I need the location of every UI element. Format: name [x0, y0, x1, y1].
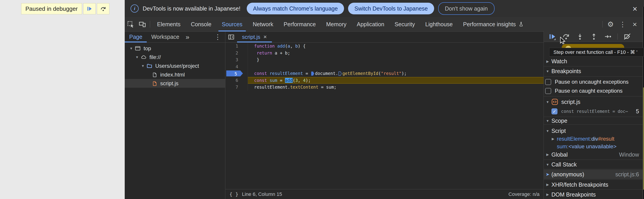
gutter-line-2[interactable]: 2 — [226, 50, 248, 56]
tree-item-users-user-project[interactable]: ▼Users/user/project — [125, 61, 225, 70]
breakpoints-label: Breakpoints — [552, 68, 581, 74]
scope-var-resultelement[interactable]: ▶ resultElement: div#result — [549, 135, 644, 143]
resume-script-button[interactable] — [83, 3, 96, 14]
code-text[interactable]: return a + b; — [248, 50, 544, 56]
code-text[interactable]: } — [248, 56, 544, 63]
pause-caught-checkbox[interactable] — [545, 88, 551, 94]
editor-tab-close-icon[interactable]: × — [263, 33, 267, 40]
breakpoint-entry-checkbox[interactable]: ✓ — [552, 108, 558, 114]
token-pl: document. — [315, 71, 338, 76]
callstack-frame-row[interactable]: ➤ (anonymous) script.js:6 — [544, 170, 644, 179]
token-pl — [275, 43, 277, 48]
pause-caught-label: Pause on caught exceptions — [555, 88, 623, 94]
gutter-line-6[interactable]: 6 — [226, 77, 248, 84]
expanded-triangle-icon[interactable]: ▼ — [128, 46, 134, 50]
tab-network[interactable]: Network — [248, 17, 279, 31]
more-tabs-chevron-icon[interactable]: » — [184, 33, 191, 41]
var-sep: : — [590, 136, 592, 142]
breakpoint-entry-row[interactable]: ✓ const resultElement = doc⋯ 5 — [552, 107, 644, 116]
section-scope[interactable]: ▼ Scope — [544, 117, 644, 124]
pause-uncaught-row[interactable]: Pause on uncaught exceptions — [545, 78, 644, 86]
xhr-label: XHR/fetch Breakpoints — [552, 182, 608, 188]
resume-button[interactable] — [548, 32, 556, 41]
code-line-2[interactable]: 2 return a + b; — [226, 50, 544, 56]
tab-application[interactable]: Application — [352, 17, 390, 31]
tree-item-file-[interactable]: ▼file:// — [125, 53, 225, 61]
pretty-print-icon[interactable]: { } — [230, 191, 238, 197]
step-over-banner-button[interactable] — [97, 3, 110, 14]
tab-elements[interactable]: Elements — [152, 17, 186, 31]
navigator-tab-workspace[interactable]: Workspace — [147, 31, 184, 42]
gutter-line-5[interactable]: 5 — [226, 70, 248, 77]
breakpoint-flag[interactable]: 5 — [226, 70, 243, 76]
script-scope-label: Script — [552, 128, 566, 134]
gutter-line-7[interactable]: 7 — [226, 84, 248, 91]
breakpoint-group-scriptjs[interactable]: ▼ script.js — [544, 97, 644, 106]
gutter-line-4[interactable]: 4 — [226, 63, 248, 70]
navigator-kebab-icon[interactable]: ⋮ — [214, 33, 225, 41]
gutter-line-1[interactable]: 1 — [226, 43, 248, 50]
step-out-button[interactable] — [590, 32, 598, 41]
notification-close-icon[interactable]: × — [632, 5, 637, 13]
switch-to-japanese-button[interactable]: Switch DevTools to Japanese — [348, 3, 434, 14]
inspect-element-button[interactable] — [125, 17, 136, 31]
code-line-1[interactable]: 1function add(a, b) { — [226, 43, 544, 50]
expanded-triangle-icon[interactable]: ▼ — [140, 64, 146, 68]
kebab-menu-icon[interactable]: ⋮ — [616, 17, 629, 31]
code-text[interactable] — [248, 63, 544, 70]
dont-show-again-button[interactable]: Don't show again — [438, 2, 494, 15]
tree-item-top[interactable]: ▼top — [125, 44, 225, 53]
divider — [544, 117, 644, 117]
tab-sources[interactable]: Sources — [216, 17, 248, 31]
code-text[interactable]: const resultElement = document.getElemen… — [248, 70, 544, 77]
editor-tab-scriptjs[interactable]: script.js × — [237, 31, 272, 42]
code-line-4[interactable]: 4 — [226, 63, 544, 70]
section-call-stack[interactable]: ▼ Call Stack — [544, 160, 644, 169]
tree-item-index.html[interactable]: index.html — [125, 70, 225, 79]
section-breakpoints[interactable]: ▼ Breakpoints — [544, 66, 644, 76]
inline-breakpoint-candidate-icon[interactable] — [338, 71, 342, 76]
gutter-line-3[interactable]: 3 — [226, 56, 248, 63]
token-pl — [254, 50, 256, 55]
pause-caught-row[interactable]: Pause on caught exceptions — [545, 87, 644, 95]
code-line-6[interactable]: 6const sum = add(3, 4); — [226, 77, 544, 84]
code-line-3[interactable]: 3 } — [226, 56, 544, 63]
code-editor[interactable]: 1function add(a, b) {2 return a + b;3 }4… — [226, 43, 544, 189]
token-nm: 4 — [303, 78, 305, 83]
pause-uncaught-checkbox[interactable] — [545, 79, 551, 85]
scope-script-row[interactable]: ▼ Script — [544, 127, 644, 135]
devtools-close-icon[interactable]: × — [629, 17, 641, 31]
settings-gear-icon[interactable]: ⚙ — [604, 17, 616, 31]
section-xhr-breakpoints[interactable]: ▶ XHR/fetch Breakpoints — [544, 180, 644, 189]
tab-lighthouse[interactable]: Lighthouse — [420, 17, 458, 31]
toolbar-separator — [618, 33, 618, 40]
tab-performance[interactable]: Performance — [278, 17, 321, 31]
devtools-window: i DevTools is now available in Japanese!… — [125, 0, 644, 199]
tab-memory[interactable]: Memory — [321, 17, 352, 31]
frame-location: script.js:6 — [615, 171, 639, 178]
device-toolbar-button[interactable] — [136, 17, 148, 31]
scope-global-row[interactable]: ▶ Global Window — [544, 150, 644, 159]
tab-console[interactable]: Console — [186, 17, 216, 31]
scope-var-sum[interactable]: sum: <value unavailable> — [557, 143, 644, 150]
hide-navigator-icon[interactable] — [226, 34, 237, 40]
section-watch[interactable]: ▶ Watch — [544, 56, 644, 66]
tree-item-script.js[interactable]: script.js — [125, 79, 225, 88]
expanded-triangle-icon[interactable]: ▼ — [134, 55, 140, 59]
step-into-button[interactable] — [576, 32, 584, 41]
section-dom-breakpoints[interactable]: ▶ DOM Breakpoints — [544, 190, 644, 199]
code-line-5[interactable]: 5const resultElement = document.getEleme… — [226, 70, 544, 77]
inline-breakpoint-active-icon[interactable] — [311, 71, 314, 76]
tab-performance-insights[interactable]: Performance insights — [458, 17, 529, 31]
code-text[interactable]: const sum = add(3, 4); — [248, 77, 544, 84]
step-button[interactable] — [604, 32, 612, 41]
code-line-7[interactable]: 7resultElement.textContent = sum; — [226, 84, 544, 91]
token-kw: const — [254, 78, 267, 83]
watch-collapsed-triangle-icon: ▶ — [544, 59, 552, 63]
navigator-tab-page[interactable]: Page — [125, 31, 147, 42]
code-text[interactable]: function add(a, b) { — [248, 43, 544, 50]
code-text[interactable]: resultElement.textContent = sum; — [248, 84, 544, 91]
always-match-language-button[interactable]: Always match Chrome's language — [247, 3, 344, 14]
deactivate-breakpoints-button[interactable] — [623, 32, 632, 41]
tab-security[interactable]: Security — [390, 17, 420, 31]
